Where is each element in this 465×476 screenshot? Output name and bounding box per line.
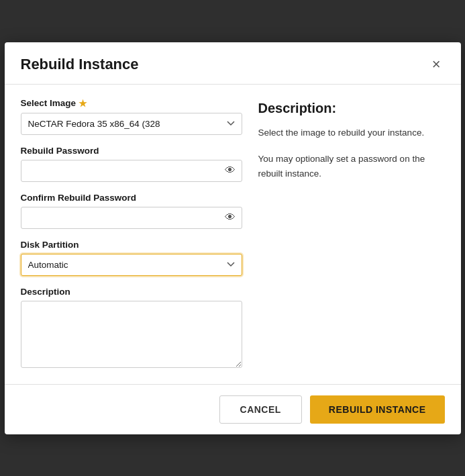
rebuild-password-field: Rebuild Password 👁 [21, 146, 242, 182]
confirm-password-label: Confirm Rebuild Password [21, 193, 242, 203]
confirm-password-input[interactable] [21, 207, 242, 229]
disk-partition-dropdown[interactable]: Automatic Manual [21, 254, 242, 276]
rebuild-password-label: Rebuild Password [21, 146, 242, 156]
right-panel: Description: Select the image to rebuild… [258, 98, 445, 371]
right-panel-text2: You may optionally set a password on the… [258, 152, 445, 181]
confirm-password-field: Confirm Rebuild Password 👁 [21, 193, 242, 229]
modal-body: Select Image ★ NeCTAR Fedora 35 x86_64 (… [5, 85, 461, 384]
close-button[interactable]: × [428, 56, 445, 73]
modal-title: Rebuild Instance [21, 56, 139, 73]
rebuild-instance-modal: Rebuild Instance × Select Image ★ NeCTAR… [5, 42, 461, 434]
modal-overlay: Rebuild Instance × Select Image ★ NeCTAR… [0, 0, 465, 476]
select-image-label: Select Image ★ [21, 98, 242, 109]
description-textarea[interactable] [21, 301, 242, 368]
select-image-dropdown[interactable]: NeCTAR Fedora 35 x86_64 (328 [21, 113, 242, 135]
description-label: Description [21, 287, 242, 297]
left-panel: Select Image ★ NeCTAR Fedora 35 x86_64 (… [21, 98, 242, 371]
confirm-password-eye-icon[interactable]: 👁 [225, 211, 236, 224]
rebuild-password-eye-icon[interactable]: 👁 [225, 164, 236, 177]
right-panel-text1: Select the image to rebuild your instanc… [258, 126, 445, 140]
right-panel-title: Description: [258, 101, 445, 116]
select-image-field: Select Image ★ NeCTAR Fedora 35 x86_64 (… [21, 98, 242, 135]
modal-footer: CANCEL REBUILD INSTANCE [5, 384, 461, 434]
modal-header: Rebuild Instance × [5, 42, 461, 85]
confirm-password-wrapper: 👁 [21, 207, 242, 229]
description-field: Description [21, 287, 242, 371]
rebuild-password-wrapper: 👁 [21, 160, 242, 182]
disk-partition-field: Disk Partition Automatic Manual [21, 240, 242, 276]
required-star: ★ [79, 98, 87, 109]
rebuild-password-input[interactable] [21, 160, 242, 182]
disk-partition-label: Disk Partition [21, 240, 242, 250]
cancel-button[interactable]: CANCEL [219, 395, 302, 424]
rebuild-instance-button[interactable]: REBUILD INSTANCE [310, 395, 445, 424]
